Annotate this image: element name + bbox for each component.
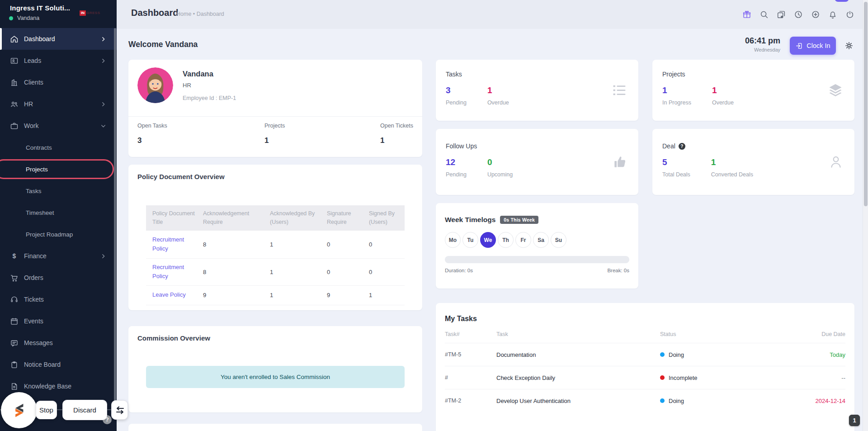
sidebar-item-contracts[interactable]: Contracts bbox=[0, 137, 117, 158]
weekday-label: Wednesday bbox=[723, 47, 780, 52]
commission-card: Commission Overview You aren't enrolled … bbox=[128, 326, 422, 412]
sidebar-item-tasks[interactable]: Tasks bbox=[0, 180, 117, 202]
duration-label: Duration: 0s bbox=[445, 268, 473, 273]
day-fr[interactable]: Fr bbox=[515, 232, 531, 248]
sidebar-item-finance[interactable]: $ Finance bbox=[0, 245, 117, 267]
breadcrumb[interactable]: Home • Dashboard bbox=[176, 11, 224, 17]
sidebar-item-hr[interactable]: HR bbox=[0, 93, 117, 115]
thumbs-up-icon bbox=[612, 154, 627, 170]
clipboard-icon bbox=[9, 360, 19, 369]
policy-document-card: Policy Document Overview Policy Document… bbox=[128, 165, 422, 310]
sidebar-item-timesheet[interactable]: Timesheet bbox=[0, 202, 117, 223]
bell-icon[interactable] bbox=[827, 9, 838, 20]
tasks-pending-stat: 3 Pending bbox=[446, 85, 467, 106]
stop-button[interactable]: Stop bbox=[36, 401, 57, 419]
followups-upcoming-stat: 0 Upcoming bbox=[487, 157, 513, 178]
table-row[interactable]: #TM-2 Develop User Authentication Doing … bbox=[445, 389, 845, 412]
time-value: 06:41 pm bbox=[723, 36, 780, 46]
my-tasks-title: My Tasks bbox=[445, 315, 845, 323]
scrollbar-thumb[interactable] bbox=[864, 2, 868, 206]
online-status-dot bbox=[9, 16, 13, 20]
corner-hint-badge[interactable]: 1 bbox=[849, 415, 860, 426]
sidebar-username: Vandana bbox=[17, 15, 39, 21]
gear-icon[interactable] bbox=[844, 41, 854, 50]
notification-count-badge[interactable]: 297 bbox=[835, 0, 849, 2]
sidebar-item-leads[interactable]: Leads bbox=[0, 50, 117, 71]
day-su[interactable]: Su bbox=[551, 232, 566, 248]
sidebar-item-notice-board[interactable]: Notice Board bbox=[0, 354, 117, 375]
table-row: Recruitment Policy 8 1 0 0 bbox=[146, 231, 405, 259]
policy-table: Policy Document Title Acknowledgement Re… bbox=[146, 205, 405, 305]
sidebar-item-orders[interactable]: Orders bbox=[0, 267, 117, 289]
clock-icon[interactable] bbox=[793, 9, 804, 20]
policy-card-title: Policy Document Overview bbox=[137, 173, 225, 180]
tasks-summary-card[interactable]: Tasks 3 Pending 1 Overdue bbox=[436, 60, 638, 121]
deal-summary-card[interactable]: Deal ? 5 Total Deals 1 Converted Deals bbox=[652, 129, 854, 195]
projects-card-title: Projects bbox=[662, 71, 844, 78]
extension-logo-button[interactable] bbox=[1, 392, 37, 428]
status-badge: Doing bbox=[660, 351, 814, 358]
policy-link[interactable]: Recruitment Policy bbox=[146, 263, 197, 281]
stat-projects: Projects 1 bbox=[264, 123, 380, 157]
clock-in-button[interactable]: Clock In bbox=[790, 37, 836, 55]
page-scrollbar[interactable] bbox=[863, 0, 868, 431]
table-row[interactable]: # Check Exception Daily Incomplete -- bbox=[445, 366, 845, 389]
add-icon[interactable] bbox=[810, 9, 821, 20]
help-icon[interactable]: ? bbox=[679, 143, 685, 150]
company-name[interactable]: Ingress IT Soluti... bbox=[10, 4, 70, 12]
day-we-active[interactable]: We bbox=[480, 232, 496, 248]
dashboard-page: Ingress IT Soluti... Vandana IN GRESS Da… bbox=[0, 0, 868, 431]
followups-card-title: Follow Ups bbox=[446, 142, 628, 150]
user-icon bbox=[828, 154, 844, 170]
chevron-down-icon bbox=[100, 123, 107, 129]
sidebar-item-projects[interactable]: Projects bbox=[0, 158, 117, 180]
sidebar-scrollbar[interactable] bbox=[114, 28, 116, 403]
status-badge: Doing bbox=[660, 398, 814, 404]
headset-icon bbox=[9, 294, 19, 304]
avatar[interactable] bbox=[137, 67, 173, 103]
sidebar-item-work[interactable]: Work bbox=[0, 115, 117, 137]
discard-button[interactable]: Discard bbox=[62, 400, 107, 420]
followups-summary-card[interactable]: Follow Ups 12 Pending 0 Upcoming bbox=[436, 129, 638, 195]
profile-employee-id: Employee Id : EMP-1 bbox=[183, 95, 236, 101]
profile-role: HR bbox=[183, 82, 191, 89]
table-row[interactable]: #TM-5 Documentation Doing Today bbox=[445, 343, 845, 366]
search-icon[interactable] bbox=[759, 9, 769, 20]
projects-overdue-stat: 1 Overdue bbox=[712, 85, 734, 106]
weekday-selector: Mo Tu We Th Fr Sa Su bbox=[445, 232, 629, 248]
projects-summary-card[interactable]: Projects 1 In Progress 1 Overdue bbox=[652, 60, 854, 121]
projects-inprogress-stat: 1 In Progress bbox=[662, 85, 691, 106]
table-row: Leave Policy 9 1 9 1 bbox=[146, 286, 405, 305]
extension-logo bbox=[9, 401, 28, 420]
sidebar-item-clients[interactable]: Clients bbox=[0, 71, 117, 93]
day-mo[interactable]: Mo bbox=[445, 232, 461, 248]
notes-icon[interactable] bbox=[776, 9, 787, 20]
timelogs-week-badge: 0s This Week bbox=[500, 216, 538, 224]
svg-text:$: $ bbox=[12, 252, 16, 259]
policy-link[interactable]: Leave Policy bbox=[146, 290, 197, 299]
profile-name: Vandana bbox=[183, 70, 213, 78]
chevron-right-icon bbox=[100, 253, 107, 259]
gift-icon[interactable] bbox=[741, 9, 752, 20]
profile-card: Vandana HR Employee Id : EMP-1 Open Task… bbox=[128, 60, 422, 157]
sidebar-item-dashboard[interactable]: Dashboard bbox=[0, 28, 117, 50]
timelog-progress-bar bbox=[445, 256, 629, 263]
power-icon[interactable] bbox=[844, 9, 855, 20]
policy-link[interactable]: Recruitment Policy bbox=[146, 235, 197, 253]
day-tu[interactable]: Tu bbox=[462, 232, 478, 248]
home-icon bbox=[9, 34, 19, 44]
day-sa[interactable]: Sa bbox=[533, 232, 549, 248]
calendar-icon bbox=[9, 316, 19, 326]
sidebar-item-project-roadmap[interactable]: Project Roadmap bbox=[0, 223, 117, 245]
sidebar-item-messages[interactable]: Messages bbox=[0, 332, 117, 354]
sidebar-item-events[interactable]: Events bbox=[0, 310, 117, 332]
sidebar-item-tickets[interactable]: Tickets bbox=[0, 289, 117, 310]
day-th[interactable]: Th bbox=[498, 232, 514, 248]
swap-button[interactable] bbox=[111, 400, 128, 420]
dollar-icon: $ bbox=[9, 251, 19, 261]
sidebar-header: Ingress IT Soluti... Vandana IN GRESS bbox=[0, 0, 117, 28]
leads-icon bbox=[9, 56, 19, 66]
status-badge: Incomplete bbox=[660, 374, 814, 381]
status-dot bbox=[660, 398, 665, 403]
status-dot bbox=[660, 352, 665, 357]
